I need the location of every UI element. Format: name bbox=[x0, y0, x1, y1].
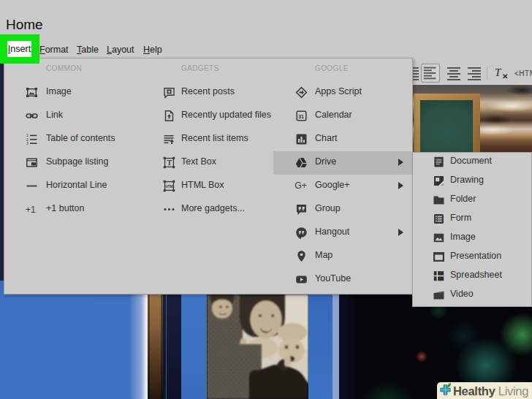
svg-text:T: T bbox=[167, 159, 172, 167]
svg-text:+1: +1 bbox=[26, 205, 36, 215]
svg-text:G+: G+ bbox=[294, 180, 307, 191]
svg-text:31: 31 bbox=[298, 114, 304, 119]
svg-text:HTML: HTML bbox=[165, 185, 175, 189]
svg-text:3: 3 bbox=[26, 141, 28, 145]
